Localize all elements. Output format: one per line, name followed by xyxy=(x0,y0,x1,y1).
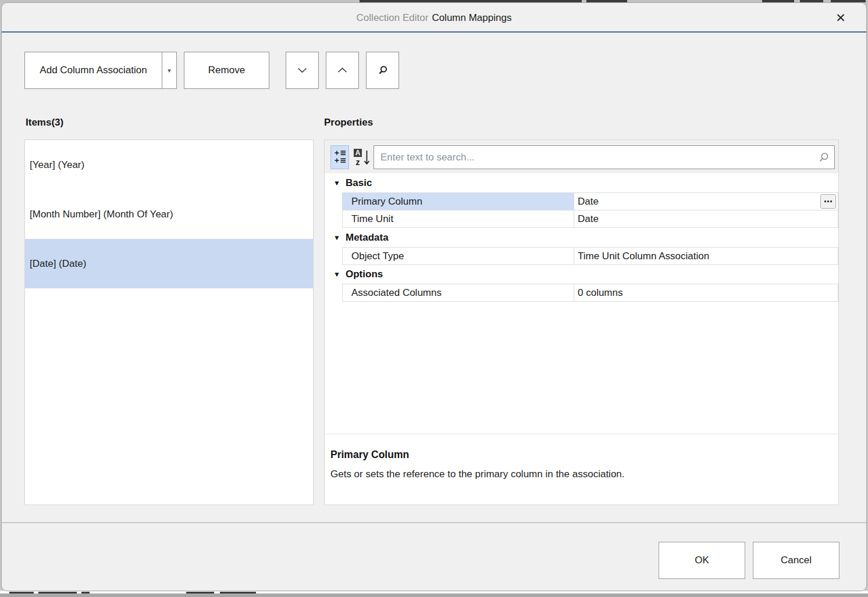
close-icon: ✕ xyxy=(835,11,846,25)
property-row-primary-column[interactable]: Primary Column Date xyxy=(342,192,838,210)
dialog-title-prefix: Collection Editor xyxy=(357,12,429,24)
category-basic[interactable]: ▼ Basic xyxy=(325,174,838,192)
category-options[interactable]: ▼ Options xyxy=(325,265,838,284)
svg-text:z: z xyxy=(356,158,360,166)
property-value-cell[interactable]: Date xyxy=(574,193,838,210)
property-search-box xyxy=(373,145,835,169)
move-down-button[interactable] xyxy=(286,52,319,89)
dialog-title: Collection Editor Column Mappings xyxy=(2,3,866,33)
collection-editor-dialog: Collection Editor Column Mappings ✕ Add … xyxy=(1,2,867,591)
collapse-triangle-icon[interactable]: ▼ xyxy=(328,179,346,187)
collapse-triangle-icon[interactable]: ▼ xyxy=(328,234,346,242)
add-column-association-label[interactable]: Add Column Association xyxy=(25,52,162,88)
move-up-button[interactable] xyxy=(326,52,359,89)
property-row-time-unit[interactable]: Time Unit Date xyxy=(342,210,838,228)
footer-divider xyxy=(2,522,866,523)
close-button[interactable]: ✕ xyxy=(830,9,851,27)
add-column-association-split-button[interactable]: Add Column Association ▾ xyxy=(24,52,177,89)
items-listbox: [Year] (Year) [Month Number] (Month Of Y… xyxy=(24,140,314,505)
svg-text:A: A xyxy=(355,149,361,157)
categorized-view-button[interactable] xyxy=(330,145,349,169)
list-item[interactable]: [Month Number] (Month Of Year) xyxy=(25,190,313,239)
category-metadata[interactable]: ▼ Metadata xyxy=(325,228,838,247)
remove-button[interactable]: Remove xyxy=(184,52,269,89)
dialog-title-main: Column Mappings xyxy=(432,12,511,24)
list-item-selected[interactable]: [Date] (Date) xyxy=(25,239,313,288)
chevron-down-icon xyxy=(297,67,307,73)
property-name-cell[interactable]: Associated Columns xyxy=(343,284,574,301)
description-text: Gets or sets the reference to the primar… xyxy=(330,469,625,480)
properties-panel-label: Properties xyxy=(324,117,373,128)
categorized-view-icon xyxy=(334,150,346,165)
screen: Collection Editor Column Mappings ✕ Add … xyxy=(0,0,868,597)
collapse-triangle-icon[interactable]: ▼ xyxy=(328,270,346,278)
property-value-cell[interactable]: Date xyxy=(574,210,838,227)
chevron-up-icon xyxy=(337,67,347,73)
alphabetical-sort-button[interactable]: A z xyxy=(352,148,372,167)
property-row-object-type[interactable]: Object Type Time Unit Column Association xyxy=(342,247,838,265)
titlebar: Collection Editor Column Mappings ✕ xyxy=(2,3,866,33)
list-item[interactable]: [Year] (Year) xyxy=(25,140,313,190)
sort-az-icon: A z xyxy=(353,148,371,166)
ellipsis-button[interactable] xyxy=(820,194,836,209)
property-name-cell[interactable]: Time Unit xyxy=(343,210,574,227)
property-name-cell[interactable]: Object Type xyxy=(343,248,574,264)
properties-panel: A z ▼ Basic Primar xyxy=(324,140,839,505)
ok-button[interactable]: OK xyxy=(659,542,745,579)
add-dropdown-arrow-icon[interactable]: ▾ xyxy=(162,52,176,88)
property-search-input[interactable] xyxy=(374,146,834,169)
property-row-associated-columns[interactable]: Associated Columns 0 columns xyxy=(342,284,838,302)
background-window-edge xyxy=(0,594,868,597)
cancel-button[interactable]: Cancel xyxy=(753,542,839,579)
description-divider xyxy=(325,434,838,434)
search-icon xyxy=(378,65,388,76)
description-title: Primary Column xyxy=(330,449,409,461)
property-grid-toolbar: A z xyxy=(325,140,838,173)
property-value-cell[interactable]: Time Unit Column Association xyxy=(574,248,838,264)
items-panel-label: Items(3) xyxy=(26,117,63,128)
find-button[interactable] xyxy=(366,52,399,89)
property-value-cell[interactable]: 0 columns xyxy=(574,284,838,301)
search-icon xyxy=(818,152,830,163)
property-name-cell[interactable]: Primary Column xyxy=(343,193,574,210)
